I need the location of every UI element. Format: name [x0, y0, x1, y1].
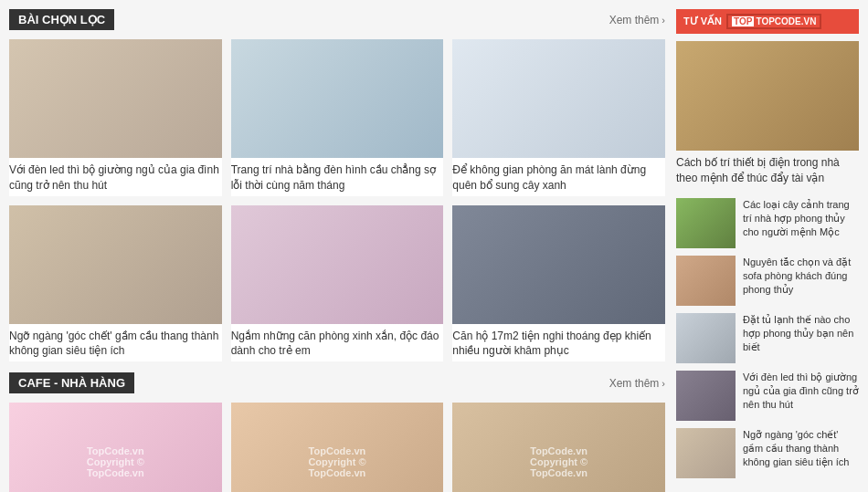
cafe-header: CAFE - NHÀ HÀNG Xem thêm ›: [9, 372, 665, 393]
article-card: Ngắm những căn phòng xinh xắn, độc đáo d…: [231, 205, 444, 362]
sidebar-thumb[interactable]: [676, 256, 736, 306]
cafe-image-wrap[interactable]: TopCode.vn Copyright © TopCode.vn: [452, 403, 665, 492]
article-image-wrap[interactable]: [9, 205, 222, 324]
cafe-card: TopCode.vn Copyright © TopCode.vn Nhà hà…: [452, 403, 665, 492]
article-card: Căn hộ 17m2 tiện nghi thoáng đẹp khiến n…: [452, 205, 665, 362]
cafe-xem-them[interactable]: Xem thêm ›: [609, 377, 665, 390]
article-image-wrap[interactable]: [452, 39, 665, 158]
cafe-card: TopCode.vn Copyright © TopCode.vn Cafe đ…: [9, 403, 222, 492]
sidebar-list-item: Với đèn led thì bộ giường ngủ của gia đì…: [676, 371, 859, 421]
sidebar-main-image[interactable]: [676, 41, 859, 151]
article-card: Ngỡ ngàng 'góc chết' gầm cầu thang thành…: [9, 205, 222, 362]
sidebar-header: TƯ VẤN TOP TOPCODE.VN: [676, 9, 859, 34]
sidebar-list: Các loại cây cảnh trang trí nhà hợp phon…: [676, 198, 859, 478]
sidebar-list-item: Nguyên tắc chọn và đặt sofa phòng khách …: [676, 256, 859, 306]
sidebar-thumb[interactable]: [676, 371, 736, 421]
cafe-image-wrap[interactable]: TopCode.vn Copyright © TopCode.vn: [9, 403, 222, 492]
cafe-grid: TopCode.vn Copyright © TopCode.vn Cafe đ…: [9, 403, 665, 492]
sidebar: TƯ VẤN TOP TOPCODE.VN Cách bố trí thiết …: [676, 9, 859, 492]
article-image-wrap[interactable]: [9, 39, 222, 158]
article-card: Để không gian phòng ăn mát lành đừng quê…: [452, 39, 665, 196]
sidebar-list-item: Đặt tủ lạnh thế nào cho hợp phong thủy b…: [676, 313, 859, 363]
article-image-wrap[interactable]: [452, 205, 665, 324]
main-content: BÀI CHỌN LỌC Xem thêm › Với đèn led thì …: [9, 9, 665, 492]
sidebar-thumb[interactable]: [676, 313, 736, 363]
article-card: Trang trí nhà bằng đèn hình cầu chẳng sợ…: [231, 39, 444, 196]
featured-grid: Với đèn led thì bộ giường ngủ của gia đì…: [9, 39, 665, 361]
chevron-right-icon: ›: [662, 15, 665, 26]
article-title[interactable]: Ngắm những căn phòng xinh xắn, độc đáo d…: [231, 324, 444, 362]
sidebar-list-item: Các loại cây cảnh trang trí nhà hợp phon…: [676, 198, 859, 248]
cafe-section: CAFE - NHÀ HÀNG Xem thêm › TopCode.vn Co…: [9, 372, 665, 492]
article-title[interactable]: Ngỡ ngàng 'góc chết' gầm cầu thang thành…: [9, 324, 222, 362]
sidebar-main-article: Cách bố trí thiết bị điện trong nhà theo…: [676, 41, 859, 189]
article-title[interactable]: Trang trí nhà bằng đèn hình cầu chẳng sợ…: [231, 158, 444, 196]
article-title[interactable]: Với đèn led thì bộ giường ngủ của gia đì…: [9, 158, 222, 196]
chevron-right-icon: ›: [662, 378, 665, 389]
brand-logo: TOPCODE.VN: [756, 16, 816, 26]
sidebar-main-title[interactable]: Cách bố trí thiết bị điện trong nhà theo…: [676, 151, 859, 189]
cafe-card: TopCode.vn Copyright © TopCode.vn 7 ý tư…: [231, 403, 444, 492]
article-card: Với đèn led thì bộ giường ngủ của gia đì…: [9, 39, 222, 196]
featured-title: BÀI CHỌN LỌC: [9, 9, 114, 30]
sidebar-item-title[interactable]: Ngỡ ngàng 'góc chết' gầm cầu thang thành…: [743, 428, 859, 470]
article-image-wrap[interactable]: [231, 39, 444, 158]
sidebar-item-title[interactable]: Với đèn led thì bộ giường ngủ của gia đì…: [743, 371, 859, 413]
cafe-image-wrap[interactable]: TopCode.vn Copyright © TopCode.vn: [231, 403, 444, 492]
sidebar-tuvan-label: TƯ VẤN: [683, 16, 722, 27]
featured-xem-them[interactable]: Xem thêm ›: [609, 14, 665, 26]
article-image-wrap[interactable]: [231, 205, 444, 324]
article-title[interactable]: Căn hộ 17m2 tiện nghi thoáng đẹp khiến n…: [452, 324, 665, 362]
cafe-title: CAFE - NHÀ HÀNG: [9, 372, 134, 393]
article-title[interactable]: Để không gian phòng ăn mát lành đừng quê…: [452, 158, 665, 196]
sidebar-item-title[interactable]: Nguyên tắc chọn và đặt sofa phòng khách …: [743, 256, 859, 298]
sidebar-thumb[interactable]: [676, 428, 736, 478]
featured-header: BÀI CHỌN LỌC Xem thêm ›: [9, 9, 665, 30]
sidebar-thumb[interactable]: [676, 198, 736, 248]
featured-section: BÀI CHỌN LỌC Xem thêm › Với đèn led thì …: [9, 9, 665, 361]
top-badge: TOP: [732, 16, 754, 26]
sidebar-list-item: Ngỡ ngàng 'góc chết' gầm cầu thang thành…: [676, 428, 859, 478]
sidebar-item-title[interactable]: Đặt tủ lạnh thế nào cho hợp phong thủy b…: [743, 313, 859, 355]
sidebar-item-title[interactable]: Các loại cây cảnh trang trí nhà hợp phon…: [743, 198, 859, 240]
